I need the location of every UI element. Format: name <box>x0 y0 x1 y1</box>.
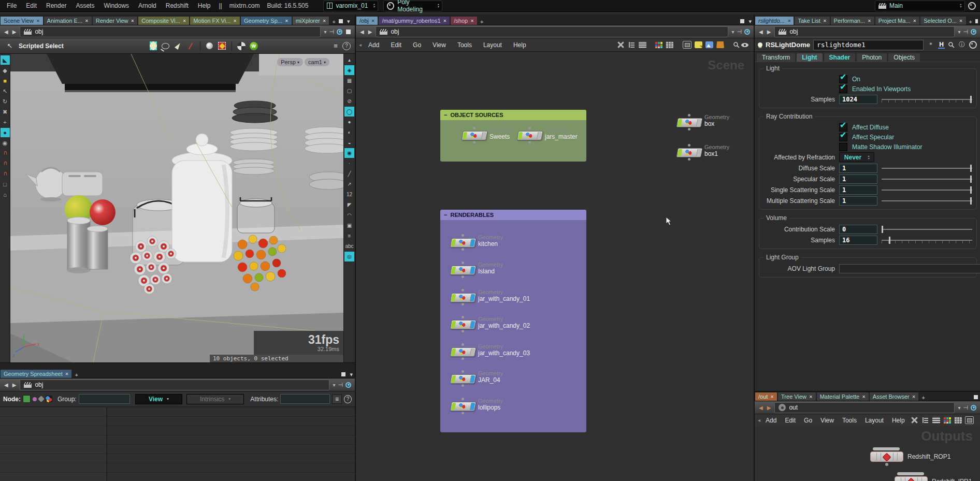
back-icon[interactable]: ◀ <box>358 29 366 35</box>
contribution-scale-slider[interactable] <box>882 225 972 234</box>
node-dot-icon[interactable] <box>33 397 37 401</box>
node-jar-with-candy-02[interactable]: Geometry jar_with_candy_02 <box>451 320 474 328</box>
out-canvas[interactable]: Outputs Redshift_ROP1 Redshift_IPR1 <box>755 426 980 481</box>
node-box1[interactable]: Geometry box1 <box>677 148 701 156</box>
collapse-icon[interactable]: − <box>444 112 447 118</box>
diamond-icon[interactable] <box>38 396 45 402</box>
back-icon[interactable]: ◀ <box>2 382 10 388</box>
folder-tab-light[interactable]: Light <box>797 53 822 62</box>
display-icon[interactable]: abc <box>344 241 354 251</box>
intrinsics-dropdown[interactable]: Intrinsics▾ <box>186 394 244 404</box>
network-canvas[interactable]: Scene − OBJECT SOURCES Geometry Sweets <box>356 52 754 481</box>
enabled-viewports-checkbox[interactable]: ✔ <box>839 85 847 93</box>
shelf-tool-icon[interactable]: + <box>1 118 10 127</box>
spinner-icon[interactable]: ▴▾ <box>437 3 439 8</box>
pin-icon[interactable]: ⊣ <box>736 28 743 35</box>
menu-tools[interactable]: Tools <box>452 41 478 49</box>
desktop-selector[interactable]: varomix_01 ▴▾ <box>323 1 378 11</box>
node-box[interactable]: Geometry box <box>677 118 701 126</box>
node-name-field[interactable]: rslightdome1 <box>813 40 924 50</box>
display-icon[interactable]: 12 <box>344 190 354 199</box>
node-lollipops[interactable]: Geometry lollipops <box>451 402 474 410</box>
display-icon[interactable]: ▢ <box>344 86 354 96</box>
netbox-title[interactable]: − RENDERABLES <box>440 210 586 220</box>
magnifier-icon[interactable] <box>733 41 740 48</box>
settings-icon[interactable]: ≡ <box>330 40 341 52</box>
info-icon[interactable]: ⓘ <box>958 40 966 49</box>
shelf-tool-icon[interactable]: ■ <box>1 76 10 85</box>
radar-icon[interactable] <box>744 29 750 35</box>
menu-help[interactable]: Help <box>193 0 215 12</box>
contribution-scale-field[interactable]: 0 <box>839 225 877 234</box>
tab-motion-fx-view[interactable]: Motion FX Vi...✕ <box>190 17 240 25</box>
tab-out[interactable]: /out✕ <box>755 392 777 401</box>
display-icon[interactable]: ◠ <box>344 210 354 220</box>
menu-layout[interactable]: Layout <box>861 417 888 424</box>
windows-icon[interactable] <box>965 416 974 424</box>
menu-view[interactable]: View <box>427 41 452 49</box>
magnifier-icon[interactable] <box>948 41 955 48</box>
node-network-icon[interactable] <box>23 395 31 403</box>
pane-menu-icon[interactable]: ▾ <box>348 371 355 378</box>
tree-icon[interactable] <box>921 417 929 424</box>
pane-maximize-icon[interactable] <box>975 19 978 23</box>
cam1-camera-button[interactable]: cam1▾ <box>305 58 329 66</box>
tab-performance[interactable]: Performan...✕ <box>831 17 874 25</box>
display-icon[interactable]: ╱ <box>344 169 354 179</box>
display-icon[interactable]: ◤ <box>344 200 354 210</box>
help-icon[interactable]: ? <box>344 395 352 403</box>
forward-icon[interactable]: ▶ <box>366 29 374 35</box>
menu-arnold[interactable]: Arnold <box>134 0 161 12</box>
tab-mat-gummy[interactable]: /mat/gummy_robertos1✕ <box>379 17 450 25</box>
path-dropdown-icon[interactable]: ▾ <box>956 405 962 411</box>
gear-icon[interactable]: ＊ <box>927 40 935 49</box>
tools-icon[interactable] <box>617 41 625 48</box>
affect-specular-checkbox[interactable]: ✔ <box>839 133 847 141</box>
shelf-tool-icon[interactable]: ✖ <box>1 107 10 116</box>
help-icon[interactable]: ? <box>342 42 351 50</box>
menu-add[interactable]: Add <box>761 417 781 424</box>
tab-take-list[interactable]: Take List✕ <box>795 17 829 25</box>
display-icon[interactable]: ◒ <box>344 138 354 148</box>
aov-light-group-field[interactable] <box>839 264 980 273</box>
shelf-tool-icon[interactable]: ◆ <box>1 66 10 75</box>
tab-scene-view[interactable]: Scene View✕ <box>1 17 43 25</box>
multiple-scattering-slider[interactable] <box>882 197 972 205</box>
menu-render[interactable]: Render <box>41 0 71 12</box>
shelf-tool-icon[interactable]: ⌂ <box>1 190 10 199</box>
list-icon[interactable] <box>639 41 646 48</box>
forward-icon[interactable]: ▶ <box>10 29 19 35</box>
pin-icon[interactable]: ⊣ <box>337 382 344 388</box>
view-dropdown[interactable]: View▾ <box>135 394 182 404</box>
shelf-tool-icon[interactable]: ↻ <box>1 97 10 106</box>
menu-add[interactable]: Add <box>363 41 385 49</box>
refraction-dropdown[interactable]: Never ▴▾ <box>839 152 874 162</box>
display-icon[interactable]: ◐ <box>344 127 354 137</box>
node-redshift-ipr1[interactable]: Redshift_IPR1 <box>895 476 928 481</box>
radar-icon[interactable] <box>345 382 351 388</box>
radar-icon[interactable] <box>337 29 342 35</box>
target-icon[interactable] <box>969 41 977 49</box>
menu-edit[interactable]: Edit <box>385 41 407 49</box>
shelf-tool-icon[interactable]: □ <box>1 180 10 189</box>
tab-mixplorer[interactable]: miXplorer✕ <box>293 17 329 25</box>
collapse-icon[interactable]: ◂ <box>758 417 760 423</box>
display-icon[interactable]: ◉ <box>344 148 354 158</box>
spinner-icon[interactable]: ▴▾ <box>373 3 374 8</box>
new-tab-button[interactable]: + <box>919 395 927 401</box>
pane-maximize-icon[interactable] <box>974 395 978 399</box>
menu-edit[interactable]: Edit <box>781 417 800 424</box>
node-jar-with-candy-03[interactable]: Geometry jar_with_candy_03 <box>451 347 474 356</box>
netbox-renderables[interactable]: − RENDERABLES Geometry kitchen Geometry <box>440 210 586 432</box>
single-scattering-field[interactable]: 1 <box>839 185 877 195</box>
display-icon[interactable]: ● <box>344 117 354 127</box>
pin-icon[interactable]: ⊣ <box>962 28 969 35</box>
path-field[interactable]: out <box>774 402 955 413</box>
display-icon[interactable]: ↗ <box>344 179 354 189</box>
pane-maximize-icon[interactable] <box>740 19 744 23</box>
path-field[interactable]: obj <box>20 380 329 390</box>
display-icon[interactable]: ▴ <box>344 55 354 65</box>
pane-maximize-icon[interactable] <box>341 372 345 376</box>
path-field[interactable]: obj <box>376 26 728 37</box>
diffuse-scale-field[interactable]: 1 <box>839 164 877 173</box>
